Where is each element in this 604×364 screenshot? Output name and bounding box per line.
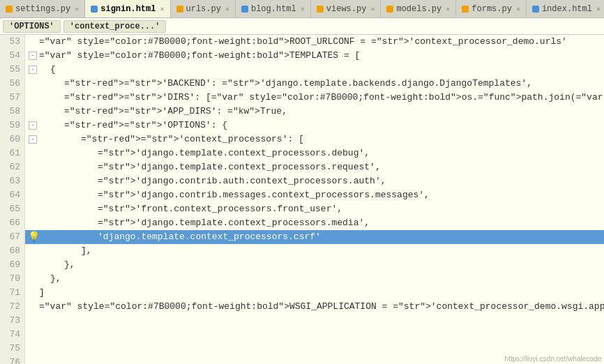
code-text: ="str-red">="str">'OPTIONS': {	[39, 119, 227, 132]
code-text: ],	[39, 244, 92, 258]
code-text: ="str">'django.contrib.messages.context_…	[39, 188, 430, 202]
tab-forms-py[interactable]: forms.py✕	[456, 0, 527, 17]
line-number: 69	[4, 258, 20, 272]
line-number: 73	[4, 314, 20, 328]
code-text: ="str-red">="str">'APP_DIRS': ="kw">True…	[39, 105, 287, 119]
code-text: ="str">'django.template.context_processo…	[39, 146, 370, 160]
code-text: },	[39, 272, 61, 286]
code-text: {	[39, 63, 56, 77]
line-number: 58	[4, 105, 20, 119]
code-text: },	[39, 258, 75, 272]
line-number: 60	[4, 132, 20, 146]
code-line: ="str">'django.template.context_processo…	[25, 160, 604, 174]
tab-blog-html[interactable]: blog.html✕	[236, 0, 311, 17]
code-text: ="str-red">="str">'context_processors': …	[39, 132, 304, 146]
fold-icon[interactable]: -	[29, 135, 37, 144]
line-number: 62	[4, 160, 20, 174]
code-text: ="var" style="color:#7B0000;font-weight:…	[39, 35, 567, 49]
path-item[interactable]: 'OPTIONS'	[3, 20, 61, 33]
code-line: ="str">'django.contrib.auth.context_proc…	[25, 174, 604, 188]
fold-icon[interactable]: -	[29, 52, 37, 60]
tab-urls-py[interactable]: urls.py✕	[171, 0, 236, 17]
line-number: 54	[4, 49, 20, 63]
path-bar: 'OPTIONS''context_proce...'	[0, 18, 604, 35]
watermark: https://liuyi.csdn.net/whalecode	[505, 355, 601, 363]
code-text: 'django.template.context_processors.csrf…	[39, 230, 530, 244]
line-number: 55	[4, 63, 20, 77]
code-line: 💡'django.template.context_processors.csr…	[25, 230, 604, 244]
line-number: 76	[4, 356, 20, 364]
code-line: -="str-red">="str">'context_processors':…	[25, 132, 604, 146]
code-text: ="str-red">="str">'DIRS': [="var" style=…	[39, 91, 604, 105]
line-number: 70	[4, 272, 20, 286]
code-lines: ="var" style="color:#7B0000;font-weight:…	[25, 35, 604, 364]
line-number: 71	[4, 286, 20, 300]
line-number: 75	[4, 342, 20, 356]
line-number: 65	[4, 202, 20, 216]
line-number: 68	[4, 244, 20, 258]
code-line: -="str-red">="str">'OPTIONS': {	[25, 119, 604, 132]
fold-icon[interactable]: -	[29, 66, 37, 74]
gutter-icon: -	[28, 135, 39, 144]
line-number: 61	[4, 146, 20, 160]
line-number: 64	[4, 188, 20, 202]
line-number: 57	[4, 91, 20, 105]
line-number: 53	[4, 35, 20, 49]
code-text: ="str">'django.contrib.auth.context_proc…	[39, 174, 386, 188]
line-number: 56	[4, 77, 20, 91]
code-line: ]	[25, 286, 604, 300]
code-text: ]	[39, 286, 45, 300]
code-line: ="str-red">="str">'DIRS': [="var" style=…	[25, 91, 604, 105]
code-line: ="var" style="color:#7B0000;font-weight:…	[25, 300, 604, 314]
code-line: -="var" style="color:#7B0000;font-weight…	[25, 49, 604, 63]
editor: 5354555657585960616263646566676869707172…	[0, 35, 604, 364]
code-text: ="str">'django.template.context_processo…	[39, 216, 370, 230]
code-line: ="str">'django.template.context_processo…	[25, 146, 604, 160]
code-line: ="str-red">="str">'APP_DIRS': ="kw">True…	[25, 105, 604, 119]
tab-bar: settings.py✕signin.html✕urls.py✕blog.htm…	[0, 0, 604, 18]
tab-settings-py[interactable]: settings.py✕	[0, 0, 85, 17]
tab-signin-html[interactable]: signin.html✕	[85, 0, 170, 17]
fold-icon[interactable]: -	[29, 121, 37, 130]
code-line: ="str">'django.template.context_processo…	[25, 216, 604, 230]
code-line: },	[25, 272, 604, 286]
tab-index-html[interactable]: index.html✕	[527, 0, 604, 17]
bulb-icon: 💡	[28, 230, 40, 244]
gutter-icon: 💡	[28, 230, 39, 244]
line-number: 67	[4, 230, 20, 244]
code-area: 5354555657585960616263646566676869707172…	[0, 35, 604, 364]
line-number: 72	[4, 300, 20, 314]
code-text: ="str">'django.template.context_processo…	[39, 160, 381, 174]
line-number: 74	[4, 328, 20, 342]
code-line: ="str">'front.context_processors.front_u…	[25, 202, 604, 216]
code-text: ="str">'front.context_processors.front_u…	[39, 202, 342, 216]
gutter-icon: -	[28, 52, 39, 60]
line-number: 66	[4, 216, 20, 230]
code-text: ="var" style="color:#7B0000;font-weight:…	[39, 300, 604, 314]
line-numbers: 5354555657585960616263646566676869707172…	[0, 35, 25, 364]
gutter-icon: -	[28, 66, 39, 74]
code-text: ="str-red">="str">'BACKEND': ="str">'dja…	[39, 77, 532, 91]
path-item[interactable]: 'context_proce...'	[63, 20, 167, 33]
code-line: ="str-red">="str">'BACKEND': ="str">'dja…	[25, 77, 604, 91]
code-line: },	[25, 258, 604, 272]
gutter-icon: -	[28, 121, 39, 130]
line-number: 59	[4, 119, 20, 132]
code-line: -{	[25, 63, 604, 77]
code-line: ],	[25, 244, 604, 258]
tab-views-py[interactable]: views.py✕	[311, 0, 382, 17]
code-line: ="str">'django.contrib.messages.context_…	[25, 188, 604, 202]
tab-models-py[interactable]: models.py✕	[381, 0, 456, 17]
code-line: ="var" style="color:#7B0000;font-weight:…	[25, 35, 604, 49]
code-text: ="var" style="color:#7B0000;font-weight:…	[39, 49, 360, 63]
line-number: 63	[4, 174, 20, 188]
